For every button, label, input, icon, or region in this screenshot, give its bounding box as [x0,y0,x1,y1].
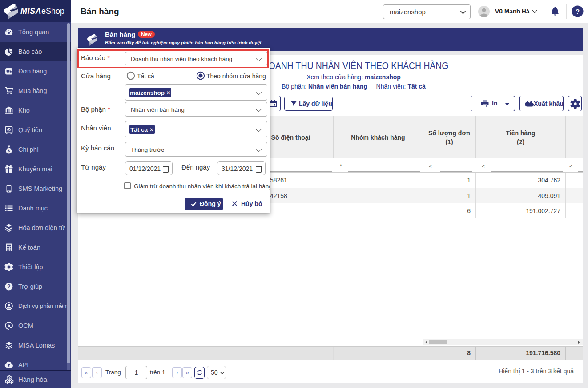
svg-text:?: ? [576,8,580,15]
svg-text:?: ? [7,283,10,290]
svg-text:$: $ [8,149,10,153]
